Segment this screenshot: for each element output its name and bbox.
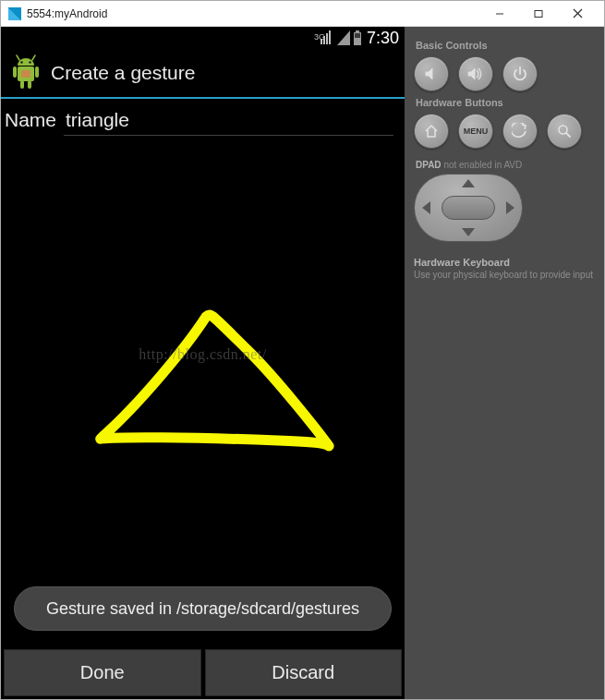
gesture-name-input[interactable] bbox=[64, 105, 393, 136]
menu-button[interactable]: MENU bbox=[458, 114, 493, 149]
volume-down-button[interactable] bbox=[414, 56, 449, 91]
hw-keyboard-note: Use your physical keyboard to provide in… bbox=[414, 270, 597, 280]
window-titlebar: 5554:myAndroid bbox=[1, 1, 604, 27]
battery-icon bbox=[353, 30, 362, 45]
hardware-buttons-title: Hardware Buttons bbox=[416, 97, 597, 108]
dpad-section-label: DPAD not enabled in AVD bbox=[416, 160, 597, 170]
discard-button[interactable]: Discard bbox=[205, 649, 403, 696]
gesture-canvas[interactable]: http://blog.csdn.net/ Gesture saved in /… bbox=[1, 141, 405, 647]
emulator-screen: 3G 7:30 bbox=[1, 27, 405, 699]
svg-rect-7 bbox=[355, 33, 360, 38]
dpad-down-button[interactable] bbox=[462, 228, 475, 236]
dpad-up-button[interactable] bbox=[462, 179, 475, 187]
svg-rect-14 bbox=[28, 80, 31, 89]
android-status-bar: 3G 7:30 bbox=[1, 27, 405, 49]
status-time: 7:30 bbox=[367, 29, 399, 48]
svg-rect-15 bbox=[21, 70, 30, 78]
svg-point-9 bbox=[29, 61, 30, 63]
signal-icon bbox=[337, 30, 350, 45]
app-header: Create a gesture bbox=[1, 49, 405, 99]
emulator-app-icon bbox=[8, 7, 21, 20]
power-button[interactable] bbox=[502, 56, 538, 91]
android-robot-icon bbox=[10, 54, 42, 91]
search-button[interactable] bbox=[547, 114, 582, 149]
svg-rect-6 bbox=[356, 30, 359, 32]
dpad-right-button[interactable] bbox=[506, 201, 514, 214]
back-button[interactable] bbox=[502, 114, 538, 149]
basic-controls-title: Basic Controls bbox=[416, 40, 597, 51]
name-label: Name bbox=[5, 109, 56, 131]
svg-rect-1 bbox=[535, 10, 542, 17]
volume-up-button[interactable] bbox=[458, 56, 493, 91]
window-maximize-button[interactable] bbox=[519, 3, 558, 25]
dpad-control bbox=[414, 174, 523, 242]
dpad-left-button[interactable] bbox=[422, 201, 430, 214]
dpad-center-button[interactable] bbox=[442, 196, 495, 220]
svg-rect-12 bbox=[35, 66, 39, 78]
window-minimize-button[interactable] bbox=[480, 3, 519, 25]
done-button[interactable]: Done bbox=[4, 649, 201, 696]
svg-rect-11 bbox=[13, 66, 17, 78]
emulator-controls-panel: Basic Controls Hardware Buttons MENU bbox=[405, 27, 604, 699]
svg-rect-13 bbox=[20, 80, 24, 89]
home-button[interactable] bbox=[414, 114, 449, 149]
app-title: Create a gesture bbox=[51, 62, 195, 84]
gesture-stroke bbox=[1, 141, 405, 647]
bottom-button-row: Done Discard bbox=[1, 647, 405, 699]
toast-message: Gesture saved in /storage/sdcard/gesture… bbox=[14, 586, 392, 631]
hardware-keyboard-section: Hardware Keyboard Use your physical keyb… bbox=[414, 257, 597, 280]
hw-keyboard-title: Hardware Keyboard bbox=[414, 257, 597, 268]
network-3g-icon: 3G bbox=[314, 30, 334, 45]
svg-point-8 bbox=[20, 61, 22, 63]
gesture-name-row: Name bbox=[1, 99, 405, 141]
window-title: 5554:myAndroid bbox=[27, 7, 480, 20]
svg-line-17 bbox=[566, 133, 570, 137]
window-close-button[interactable] bbox=[558, 3, 597, 25]
